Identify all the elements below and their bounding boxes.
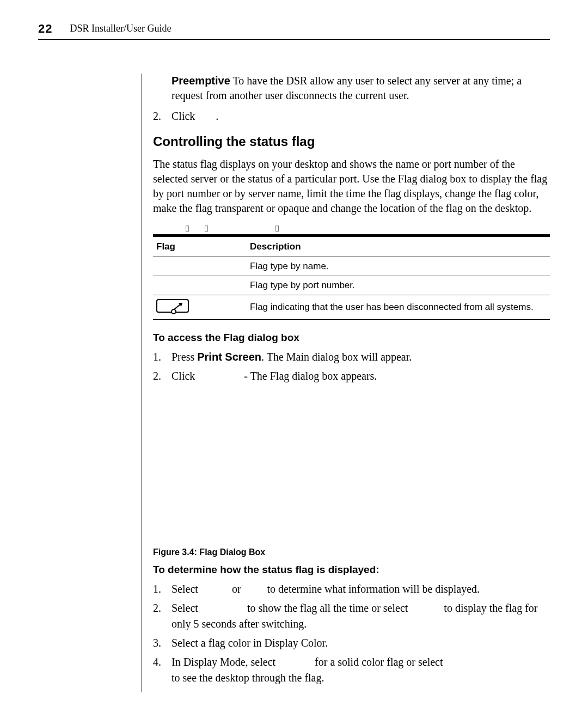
step-text: Select [171,583,201,595]
table-row: Flag type by name. [153,257,550,276]
step-text: or [232,583,244,595]
cell-desc-2: Flag indicating that the user has been d… [247,295,550,320]
preemptive-lead: Preemptive [171,75,230,87]
determine-step-3: 3. Select a flag color in Display Color. [153,635,550,651]
step-number: 4. [153,654,171,686]
step-number: 1. [153,581,171,597]
cell-flag-1 [153,276,247,295]
cell-desc-0: Flag type by name. [247,257,550,276]
access-heading: To access the Flag dialog box [153,332,550,344]
step-text: Select [171,602,201,614]
th-flag: Flag [153,237,247,257]
access-steps: 1. Press Print Screen. The Main dialog b… [153,349,550,384]
step-text: to see the desktop through the flag. [171,672,324,684]
table-header-row: Flag Description [153,237,550,257]
step-text: - The Flag dialog box appears. [244,370,377,382]
figure-caption: Figure 3.4: Flag Dialog Box [153,547,550,557]
determine-step-1: 1. Select or to determine what informati… [153,581,550,597]
preemptive-paragraph: Preemptive To have the DSR allow any use… [171,74,550,103]
table-caption-placeholder [153,226,550,234]
step-number: 2. [153,368,171,384]
step-text: for a solid color flag or select [315,656,445,668]
th-desc: Description [247,237,550,257]
step-text-b: . [216,110,218,122]
table-row: Flag type by port number. [153,276,550,295]
step-text: . The Main dialog box will appear. [261,351,412,363]
page-number: 22 [38,22,68,35]
step-text: to determine what information will be di… [267,583,480,595]
flag-table: Flag Description Flag type by name. Flag… [153,237,550,320]
step-text: In Display Mode, select [171,656,278,668]
section-paragraph: The status flag displays on your desktop… [153,157,550,216]
content-column: Preemptive To have the DSR allow any use… [142,74,550,692]
flag-table-wrapper: Flag Description Flag type by name. Flag… [153,226,550,320]
determine-heading: To determine how the status flag is disp… [153,564,550,576]
cell-flag-2 [153,295,247,320]
step-number: 3. [153,635,171,651]
figure-placeholder [153,389,550,547]
step-number: 2. [153,108,171,124]
section-heading: Controlling the status flag [153,134,550,149]
step-number: 2. [153,600,171,632]
step-number: 1. [153,349,171,365]
step-text: Click [171,370,198,382]
document-page: 22 DSR Installer/User Guide Preemptive T… [0,0,588,706]
step-text: Press [171,351,197,363]
intro-steps: 2. Click . [153,108,550,124]
access-step-1: 1. Press Print Screen. The Main dialog b… [153,349,550,365]
determine-steps: 1. Select or to determine what informati… [153,581,550,686]
step-text-a: Click [171,110,198,122]
page-header: 22 DSR Installer/User Guide [38,22,550,40]
determine-step-4: 4. In Display Mode, select for a solid c… [153,654,550,686]
intro-step-2: 2. Click . [153,108,550,124]
table-row: Flag indicating that the user has been d… [153,295,550,320]
cell-desc-1: Flag type by port number. [247,276,550,295]
step-text: to show the flag all the time or select [247,602,411,614]
doc-title: DSR Installer/User Guide [70,23,171,34]
step-text: Select a flag color in Display Color. [171,635,328,651]
access-step-2: 2. Click - The Flag dialog box appears. [153,368,550,384]
determine-step-2: 2. Select to show the flag all the time … [153,600,550,632]
cell-flag-0 [153,257,247,276]
disconnected-icon [156,299,189,313]
step-bold: Print Screen [197,351,261,363]
